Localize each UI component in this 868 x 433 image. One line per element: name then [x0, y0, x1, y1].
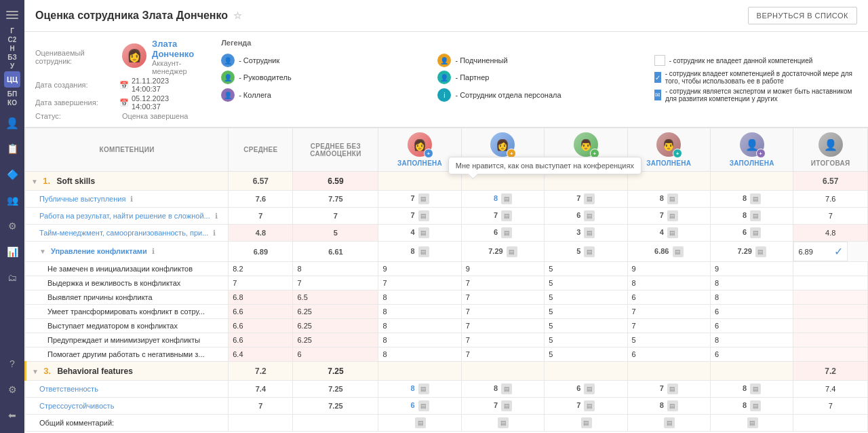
collapse-btn-behavioral[interactable]: ▼ [32, 368, 39, 375]
edit-btn-public-2[interactable]: ▤ [501, 193, 512, 204]
comp-total-responsibility: 7.4 [793, 381, 868, 398]
comp-score-stress-4: 8 ▤ [627, 398, 710, 415]
edit-btn-comment-4[interactable]: ▤ [664, 417, 675, 428]
star-icon[interactable]: ☆ [233, 10, 242, 21]
edit-btn-resp-5[interactable]: ▤ [750, 383, 761, 394]
edit-btn-comment-5[interactable]: ▤ [747, 417, 758, 428]
row-responsibility: Ответственность 7.4 7.25 8 ▤ 8 ▤ 6 ▤ 7 ▤… [26, 381, 868, 398]
sidebar-icon-exit[interactable]: ⬅ [3, 406, 22, 425]
comp-total-time: 4.8 [793, 225, 868, 242]
sub-s5-patience: 8 [711, 276, 793, 290]
competency-table: КОМПЕТЕНЦИИ СРЕДНЕЕ СРЕДНЕЕ БЕЗ САМООЦЕН… [24, 128, 868, 432]
edit-btn-stress-3[interactable]: ▤ [584, 400, 595, 411]
total-label: Итоговая [799, 159, 862, 167]
legend-item-partner: 👤 - Партнер [437, 70, 640, 85]
employee-name[interactable]: Злата Донченко [152, 39, 194, 59]
sidebar-icon-active[interactable]: ЦЦ [4, 71, 20, 88]
date-end-row: Дата завершения: 📅 05.12.2023 14:00:37 [35, 94, 194, 111]
th-evaluator-2: 👩 + Заполнена [461, 128, 544, 172]
edit-btn-resp-3[interactable]: ▤ [584, 383, 595, 394]
edit-btn-public-1[interactable]: ▤ [418, 193, 429, 204]
collapse-btn-conflict[interactable]: ▼ [39, 248, 46, 255]
sidebar-letter-s2[interactable]: С2 [8, 36, 17, 43]
sidebar-icon-1[interactable]: 👤 [3, 113, 22, 132]
comp-avg-responsibility: 7.4 [229, 381, 293, 398]
group-row-behavioral: ▼ 3. Behavioral features 7.2 7.25 7.2 [26, 362, 868, 381]
edit-btn-public-5[interactable]: ▤ [750, 193, 761, 204]
edit-btn-time-1[interactable]: ▤ [418, 227, 429, 238]
back-button[interactable]: ВЕРНУТЬСЯ В СПИСОК [748, 7, 857, 24]
sub-s3-prevent: 5 [545, 333, 627, 347]
sidebar-icon-help[interactable]: ? [3, 354, 22, 373]
sidebar-icon-4[interactable]: 👥 [3, 191, 22, 210]
sidebar-icon-3[interactable]: 🔷 [3, 165, 22, 184]
comp-score-conflict-2: 7.29 ▤ [461, 242, 544, 262]
sidebar-icon-settings[interactable]: ⚙ [3, 380, 22, 399]
edit-btn-time-4[interactable]: ▤ [667, 227, 678, 238]
th-total: 👤 Итоговая [793, 128, 868, 172]
sub-avg-transform: 6.6 [229, 305, 293, 319]
edit-btn-time-2[interactable]: ▤ [501, 227, 512, 238]
info-section: Оцениваемый сотрудник: 👩 Злата Донченко … [24, 32, 868, 128]
comp-score-result-1: 7 ▤ [378, 208, 461, 225]
edit-btn-time-3[interactable]: ▤ [584, 227, 595, 238]
edit-btn-comment-2[interactable]: ▤ [498, 417, 509, 428]
row-patience-conflict: Выдержка и вежливость в конфликтах 7 7 7… [26, 276, 868, 290]
edit-btn-result-5[interactable]: ▤ [750, 210, 761, 221]
edit-btn-stress-4[interactable]: ▤ [667, 400, 678, 411]
comp-info-icon-time[interactable]: ℹ [213, 229, 216, 237]
comp-score-resp-4: 7 ▤ [627, 381, 710, 398]
comp-info-icon-result[interactable]: ℹ [215, 212, 218, 220]
edit-btn-comment-3[interactable]: ▤ [581, 417, 592, 428]
group-score-1-4 [627, 172, 710, 191]
edit-btn-comment-1[interactable]: ▤ [415, 417, 426, 428]
th-evaluator-4: 👨 + Заполнена [627, 128, 710, 172]
comp-info-icon-public[interactable]: ℹ [130, 195, 133, 203]
edit-btn-conflict-5[interactable]: ▤ [755, 246, 766, 257]
edit-btn-public-4[interactable]: ▤ [667, 193, 678, 204]
edit-btn-resp-2[interactable]: ▤ [501, 383, 512, 394]
sub-avg-patience: 7 [229, 276, 293, 290]
comp-info-icon-conflict[interactable]: ℹ [152, 247, 155, 255]
group-total-3: 7.2 [793, 362, 868, 381]
edit-btn-stress-5[interactable]: ▤ [750, 400, 761, 411]
sidebar-letter-bz[interactable]: БЗ [7, 54, 16, 61]
edit-btn-result-1[interactable]: ▤ [418, 210, 429, 221]
legend: Легенда 👤 - Сотрудник 👤 - Подчиненный - … [221, 39, 857, 120]
edit-btn-conflict-2[interactable]: ▤ [507, 246, 517, 257]
collapse-btn-soft-skills[interactable]: ▼ [31, 178, 38, 185]
edit-btn-public-3[interactable]: ▤ [584, 193, 595, 204]
edit-btn-resp-4[interactable]: ▤ [667, 383, 678, 394]
edit-btn-resp-1[interactable]: ▤ [418, 383, 429, 394]
edit-btn-result-3[interactable]: ▤ [584, 210, 595, 221]
sidebar-letter-n[interactable]: Н [9, 45, 14, 52]
edit-btn-result-4[interactable]: ▤ [667, 210, 678, 221]
sidebar-icon-6[interactable]: 📊 [3, 242, 22, 261]
sidebar-icon-7[interactable]: 🗂 [3, 268, 22, 287]
sidebar-icon-2[interactable]: 📋 [3, 139, 22, 158]
sidebar-icon-5[interactable]: ⚙ [3, 216, 22, 236]
sidebar-letter-bp[interactable]: БП [7, 90, 17, 98]
sub-s3-patience: 5 [545, 276, 627, 290]
sub-s4-transform: 7 [627, 305, 710, 319]
edit-btn-result-2[interactable]: ▤ [501, 210, 512, 221]
sidebar-letter-g[interactable]: Г [10, 27, 14, 35]
edit-btn-stress-1[interactable]: ▤ [418, 400, 429, 411]
sub-s1-mediator: 8 [378, 319, 461, 333]
sidebar-letter-ko[interactable]: КО [7, 99, 17, 107]
evaluator-wrap-5: 👤 + [740, 132, 764, 159]
edit-btn-stress-2[interactable]: ▤ [501, 400, 512, 411]
edit-btn-conflict-3[interactable]: ▤ [584, 246, 595, 257]
sidebar-letter-u[interactable]: У [10, 62, 14, 70]
th-competency: КОМПЕТЕНЦИИ [26, 128, 229, 172]
comp-score-stress-2: 7 ▤ [461, 398, 544, 415]
menu-toggle[interactable] [3, 5, 22, 24]
edit-btn-time-5[interactable]: ▤ [750, 227, 761, 238]
edit-btn-conflict-4[interactable]: ▤ [673, 246, 684, 257]
legend-item-colleague: 👤 - Коллега [221, 88, 424, 102]
edit-btn-conflict-1[interactable]: ▤ [418, 246, 429, 257]
sub-s2-identify: 7 [461, 290, 544, 305]
comp-avg-no-self-time: 5 [293, 225, 378, 242]
comp-name-time-mgmt: Тайм-менеджмент, самоорганизованность, п… [26, 225, 229, 242]
cal-icon-created: 📅 [119, 81, 129, 90]
